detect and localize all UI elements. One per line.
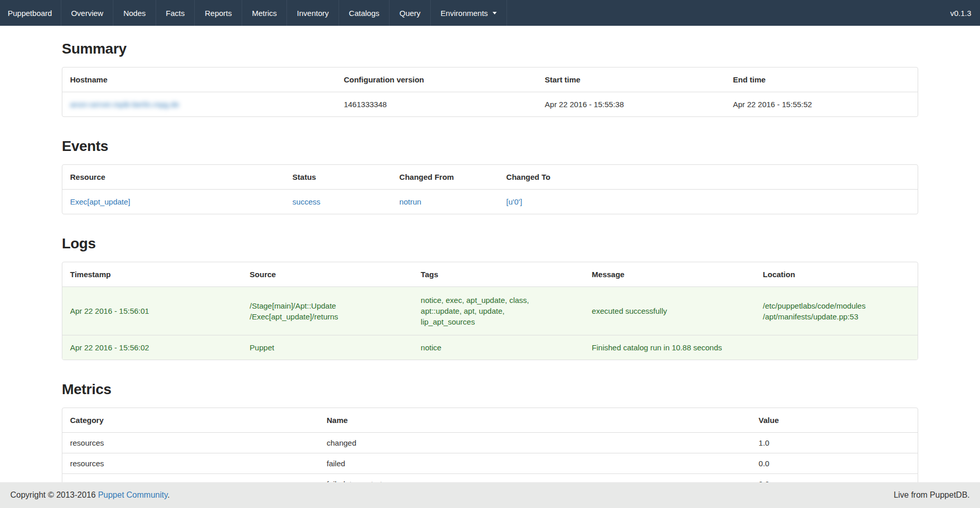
summary-col-hostname: Hostname xyxy=(62,67,336,92)
metric-value: 0.0 xyxy=(751,453,918,474)
footer-copyright-suffix: . xyxy=(167,490,170,499)
summary-panel: Hostname Configuration version Start tim… xyxy=(62,67,918,117)
nav-item-query[interactable]: Query xyxy=(389,0,430,26)
log-source: /Stage[main]/Apt::Update /Exec[apt_updat… xyxy=(242,287,413,335)
events-col-changed-to: Changed To xyxy=(499,165,918,190)
logs-table: Timestamp Source Tags Message Location A… xyxy=(62,262,918,360)
events-header-row: Resource Status Changed From Changed To xyxy=(62,165,918,190)
metric-name: failed xyxy=(319,453,751,474)
nav-item-reports[interactable]: Reports xyxy=(194,0,242,26)
logs-col-source: Source xyxy=(242,262,413,287)
hostname-link[interactable]: anon-server.mpib-berlin.mpg.de xyxy=(70,100,179,109)
summary-row: anon-server.mpib-berlin.mpg.de 146133334… xyxy=(62,92,918,117)
summary-header-row: Hostname Configuration version Start tim… xyxy=(62,67,918,92)
metric-name: changed xyxy=(319,433,751,453)
log-tags: notice xyxy=(413,335,584,360)
log-source: Puppet xyxy=(242,335,413,360)
summary-table: Hostname Configuration version Start tim… xyxy=(62,67,918,116)
events-panel: Resource Status Changed From Changed To … xyxy=(62,164,918,214)
metric-row: resources failed 0.0 xyxy=(62,453,918,474)
end-time-value: Apr 22 2016 - 15:55:52 xyxy=(725,92,918,117)
events-col-changed-from: Changed From xyxy=(392,165,499,190)
events-table: Resource Status Changed From Changed To … xyxy=(62,165,918,214)
metrics-col-category: Category xyxy=(62,408,319,433)
summary-col-start-time: Start time xyxy=(537,67,725,92)
config-version-value: 1461333348 xyxy=(336,92,537,117)
summary-heading: Summary xyxy=(62,41,918,57)
nav-item-facts[interactable]: Facts xyxy=(156,0,195,26)
event-row: Exec[apt_update] success notrun [u'0'] xyxy=(62,190,918,214)
navbar-left: Puppetboard Overview Nodes Facts Reports… xyxy=(0,0,507,26)
navbar: Puppetboard Overview Nodes Facts Reports… xyxy=(0,0,980,26)
log-row: Apr 22 2016 - 15:56:01 /Stage[main]/Apt:… xyxy=(62,287,918,335)
chevron-down-icon xyxy=(493,12,497,14)
metrics-col-value: Value xyxy=(751,408,918,433)
footer: Copyright © 2013-2016 Puppet Community. … xyxy=(0,482,980,508)
log-timestamp: Apr 22 2016 - 15:56:02 xyxy=(62,335,242,360)
nav-item-nodes[interactable]: Nodes xyxy=(113,0,155,26)
puppet-community-link[interactable]: Puppet Community xyxy=(98,490,167,499)
nav-brand-puppetboard[interactable]: Puppetboard xyxy=(0,0,61,26)
footer-copyright-prefix: Copyright © 2013-2016 xyxy=(10,490,98,499)
logs-panel: Timestamp Source Tags Message Location A… xyxy=(62,262,918,360)
log-location xyxy=(755,335,918,360)
event-changed-to-link[interactable]: [u'0'] xyxy=(506,197,522,206)
logs-heading: Logs xyxy=(62,235,918,252)
event-changed-from-link[interactable]: notrun xyxy=(399,197,421,206)
events-heading: Events xyxy=(62,138,918,155)
log-location: /etc/puppetlabs/code/modules /apt/manife… xyxy=(755,287,918,335)
logs-header-row: Timestamp Source Tags Message Location xyxy=(62,262,918,287)
event-status-link[interactable]: success xyxy=(293,197,320,206)
footer-copyright: Copyright © 2013-2016 Puppet Community. xyxy=(10,490,170,500)
log-tags: notice, exec, apt_update, class, apt::up… xyxy=(413,287,584,335)
summary-col-config-version: Configuration version xyxy=(336,67,537,92)
metric-category: resources xyxy=(62,453,319,474)
event-resource-link[interactable]: Exec[apt_update] xyxy=(70,197,130,206)
metrics-heading: Metrics xyxy=(62,381,918,398)
events-col-status: Status xyxy=(285,165,392,190)
metric-category: resources xyxy=(62,433,319,453)
logs-col-timestamp: Timestamp xyxy=(62,262,242,287)
metrics-col-name: Name xyxy=(319,408,751,433)
footer-puppetdb-status: Live from PuppetDB. xyxy=(893,490,970,500)
log-message: Finished catalog run in 10.88 seconds xyxy=(584,335,755,360)
version-badge: v0.1.3 xyxy=(941,0,980,26)
log-timestamp: Apr 22 2016 - 15:56:01 xyxy=(62,287,242,335)
metric-value: 1.0 xyxy=(751,433,918,453)
summary-col-end-time: End time xyxy=(725,67,918,92)
nav-item-metrics[interactable]: Metrics xyxy=(242,0,286,26)
log-row: Apr 22 2016 - 15:56:02 Puppet notice Fin… xyxy=(62,335,918,360)
logs-col-message: Message xyxy=(584,262,755,287)
metric-row: resources changed 1.0 xyxy=(62,433,918,453)
main-content: Summary Hostname Configuration version S… xyxy=(62,41,918,506)
nav-item-environments-dropdown[interactable]: Environments xyxy=(430,0,507,26)
nav-brand-label: Puppetboard xyxy=(8,9,52,18)
nav-item-catalogs[interactable]: Catalogs xyxy=(339,0,389,26)
log-message: executed successfully xyxy=(584,287,755,335)
logs-col-tags: Tags xyxy=(413,262,584,287)
nav-item-inventory[interactable]: Inventory xyxy=(286,0,339,26)
events-col-resource: Resource xyxy=(62,165,285,190)
start-time-value: Apr 22 2016 - 15:55:38 xyxy=(537,92,725,117)
logs-col-location: Location xyxy=(755,262,918,287)
metrics-header-row: Category Name Value xyxy=(62,408,918,433)
nav-item-overview[interactable]: Overview xyxy=(61,0,113,26)
